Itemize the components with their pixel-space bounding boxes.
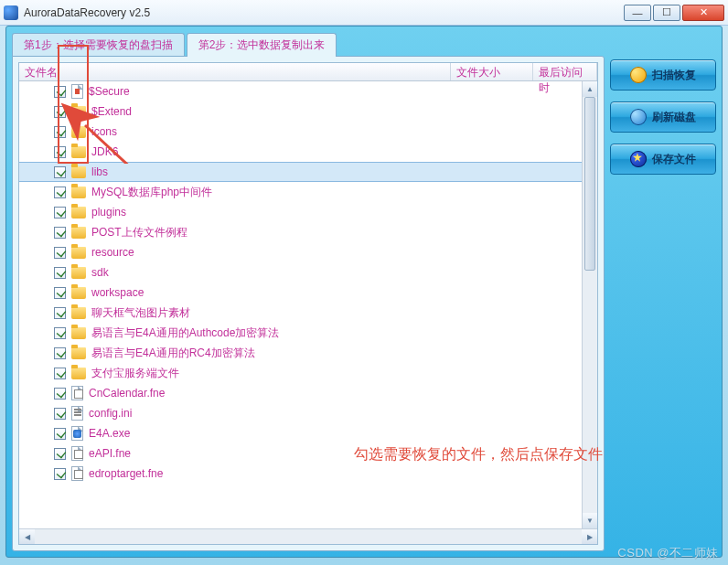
- folder-icon: [71, 368, 86, 379]
- item-name: CnCalendar.fne: [89, 387, 165, 400]
- list-item[interactable]: plugins: [19, 202, 597, 222]
- list-item[interactable]: MySQL数据库php中间件: [19, 182, 597, 202]
- folder-icon: [71, 166, 86, 178]
- item-name: 聊天框气泡图片素材: [91, 305, 190, 321]
- tab-step1[interactable]: 第1步：选择需要恢复的盘扫描: [12, 33, 185, 57]
- list-item[interactable]: 聊天框气泡图片素材: [19, 303, 597, 323]
- list-item[interactable]: sdk: [19, 262, 597, 282]
- folder-icon: [71, 146, 86, 158]
- window-title: AuroraDataRecovery v2.5: [24, 6, 150, 19]
- file-icon: [71, 446, 83, 461]
- list-body: $Secure$ExtendiconsJDK6libsMySQL数据库php中间…: [19, 81, 597, 528]
- scroll-left-icon[interactable]: ◀: [19, 529, 35, 544]
- checkbox[interactable]: [54, 307, 66, 319]
- checkbox[interactable]: [54, 247, 66, 259]
- refresh-disk-button[interactable]: 刷新磁盘: [610, 101, 716, 133]
- tab-step2[interactable]: 第2步：选中数据复制出来: [187, 33, 337, 57]
- folder-icon: [71, 227, 86, 239]
- list-item[interactable]: eAPI.fne: [19, 443, 597, 464]
- checkbox[interactable]: [54, 227, 66, 239]
- main-panel: 文件名 文件大小 最后访问时 $Secure$ExtendiconsJDK6li…: [12, 56, 605, 551]
- folder-icon: [71, 207, 86, 219]
- item-name: 易语言与E4A通用的Authcode加密算法: [91, 325, 279, 341]
- list-item[interactable]: icons: [19, 122, 597, 142]
- folder-icon: [71, 327, 86, 339]
- list-item[interactable]: edroptarget.fne: [19, 464, 597, 484]
- item-name: POST上传文件例程: [91, 225, 187, 240]
- checkbox[interactable]: [54, 146, 66, 158]
- item-name: $Extend: [91, 105, 132, 118]
- list-item[interactable]: workspace: [19, 282, 597, 303]
- item-name: edroptarget.fne: [89, 467, 163, 480]
- item-name: libs: [91, 165, 108, 178]
- save-icon: [630, 151, 647, 167]
- list-item[interactable]: POST上传文件例程: [19, 222, 597, 242]
- title-bar: AuroraDataRecovery v2.5 — ☐ ✕: [0, 0, 728, 26]
- item-name: config.ini: [89, 407, 132, 420]
- close-button[interactable]: ✕: [682, 5, 724, 21]
- column-date[interactable]: 最后访问时: [533, 63, 597, 80]
- checkbox[interactable]: [54, 86, 66, 98]
- file-icon: [71, 84, 83, 99]
- list-item[interactable]: libs: [19, 162, 597, 182]
- checkbox[interactable]: [54, 327, 66, 339]
- scan-recover-button[interactable]: 扫描恢复: [610, 59, 716, 91]
- window-buttons: — ☐ ✕: [622, 5, 724, 21]
- scroll-thumb[interactable]: [584, 97, 595, 271]
- item-name: eAPI.fne: [89, 447, 131, 460]
- folder-icon: [71, 106, 86, 118]
- scroll-down-icon[interactable]: ▼: [583, 513, 597, 528]
- checkbox[interactable]: [54, 267, 66, 279]
- checkbox[interactable]: [54, 207, 66, 219]
- list-item[interactable]: config.ini: [19, 403, 597, 423]
- scroll-right-icon[interactable]: ▶: [582, 529, 597, 544]
- vertical-scrollbar[interactable]: ▲ ▼: [582, 81, 597, 528]
- checkbox[interactable]: [54, 388, 66, 400]
- item-name: resource: [91, 246, 134, 259]
- column-size[interactable]: 文件大小: [451, 63, 533, 80]
- checkbox[interactable]: [54, 428, 66, 440]
- checkbox[interactable]: [54, 347, 66, 359]
- list-item[interactable]: $Secure: [19, 81, 597, 101]
- folder-icon: [71, 126, 86, 138]
- minimize-button[interactable]: —: [624, 5, 651, 21]
- list-item[interactable]: JDK6: [19, 142, 597, 162]
- list-item[interactable]: 易语言与E4A通用的RC4加密算法: [19, 343, 597, 363]
- file-icon: [71, 426, 83, 441]
- list-item[interactable]: CnCalendar.fne: [19, 383, 597, 403]
- checkbox[interactable]: [54, 408, 66, 420]
- file-icon: [71, 406, 83, 421]
- item-name: $Secure: [89, 85, 130, 98]
- item-name: MySQL数据库php中间件: [91, 185, 212, 200]
- file-icon: [71, 386, 83, 400]
- checkbox[interactable]: [54, 166, 66, 178]
- checkbox[interactable]: [54, 187, 66, 198]
- checkbox[interactable]: [54, 126, 66, 138]
- list-item[interactable]: $Extend: [19, 101, 597, 122]
- checkbox[interactable]: [54, 368, 66, 379]
- file-list: 文件名 文件大小 最后访问时 $Secure$ExtendiconsJDK6li…: [18, 62, 598, 545]
- maximize-button[interactable]: ☐: [653, 5, 680, 21]
- folder-icon: [71, 347, 86, 359]
- file-icon: [71, 466, 83, 481]
- item-name: 易语言与E4A通用的RC4加密算法: [91, 346, 255, 361]
- list-header: 文件名 文件大小 最后访问时: [19, 63, 597, 81]
- client-area: 第1步：选择需要恢复的盘扫描 第2步：选中数据复制出来 文件名 文件大小 最后访…: [5, 26, 723, 558]
- item-name: 支付宝服务端文件: [91, 366, 179, 381]
- scroll-up-icon[interactable]: ▲: [583, 81, 597, 97]
- checkbox[interactable]: [54, 106, 66, 118]
- list-item[interactable]: resource: [19, 242, 597, 262]
- save-files-button[interactable]: 保存文件: [610, 144, 716, 175]
- list-item[interactable]: E4A.exe: [19, 423, 597, 443]
- checkbox[interactable]: [54, 287, 66, 299]
- list-item[interactable]: 易语言与E4A通用的Authcode加密算法: [19, 323, 597, 343]
- horizontal-scrollbar[interactable]: ◀ ▶: [19, 528, 597, 544]
- checkbox[interactable]: [54, 468, 66, 480]
- item-name: sdk: [91, 266, 109, 279]
- list-item[interactable]: 支付宝服务端文件: [19, 363, 597, 383]
- item-name: workspace: [91, 286, 144, 299]
- refresh-icon: [630, 109, 647, 125]
- checkbox[interactable]: [54, 448, 66, 460]
- action-sidebar: 扫描恢复 刷新磁盘 保存文件: [610, 56, 716, 551]
- column-name[interactable]: 文件名: [19, 63, 451, 80]
